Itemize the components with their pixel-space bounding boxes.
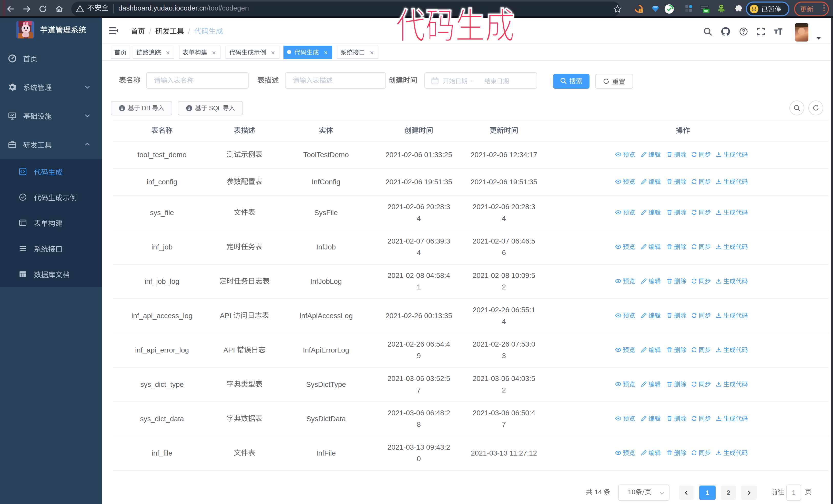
svg-text:1: 1 bbox=[640, 8, 642, 13]
svg-text:on: on bbox=[704, 9, 708, 13]
